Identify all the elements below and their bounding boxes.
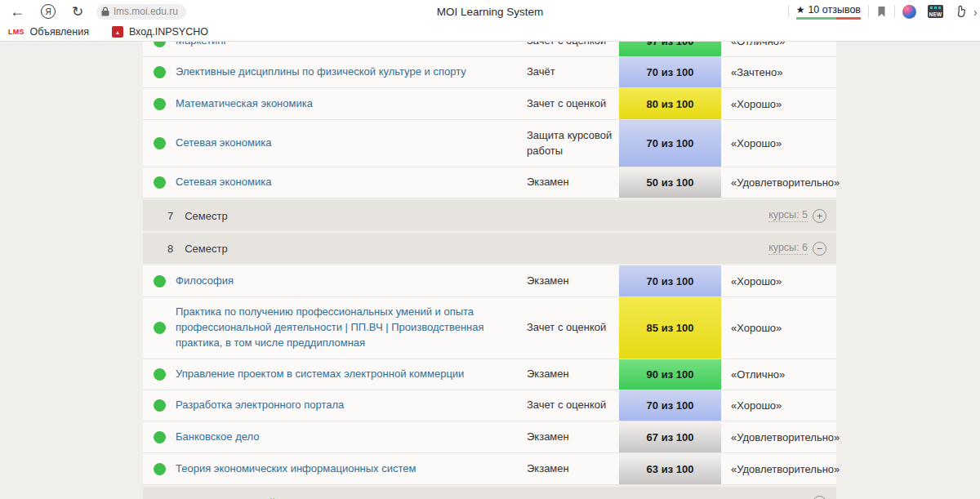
semester-label: Семестр [185, 243, 227, 255]
exam-type-label: Экзамен [527, 265, 619, 296]
grade-label: «Хорошо» [721, 120, 836, 167]
grade-label: «Хорошо» [721, 297, 836, 359]
course-row: Практика по получению профессиональных у… [143, 297, 836, 359]
green-status-icon [154, 137, 166, 149]
grade-label: «Хорошо» [721, 88, 836, 119]
exam-type-label: Экзамен [527, 453, 619, 484]
green-status-icon [154, 322, 166, 334]
grade-label: «Удовлетворительно» [721, 453, 840, 484]
lock-icon [101, 7, 109, 16]
star-icon: ★ [796, 4, 805, 16]
grade-label: «Удовлетворительно» [721, 421, 840, 452]
chevron-more-icon[interactable]: › [973, 6, 978, 19]
semester-row: 8 Семестр курсы: 6 − [143, 233, 836, 264]
semester-courses-link[interactable]: + [808, 496, 826, 499]
toggle-icon[interactable]: + [813, 209, 826, 223]
bookmark-inpsycho[interactable]: ▲ Вход.INPSYCHO [112, 26, 208, 38]
exam-type-label: Зачет с оценкой [527, 42, 619, 56]
course-row: Сетевая экономика Защита курсовой работы… [143, 120, 836, 167]
semester-courses-link[interactable]: курсы: 6 − [768, 242, 826, 256]
score-badge: 85 из 100 [619, 297, 721, 359]
exam-type-label: Зачет с оценкой [527, 390, 619, 421]
new-extension-icon[interactable]: NEW [928, 5, 943, 18]
course-row: Элективные дисциплины по физической куль… [143, 57, 836, 88]
course-row: Математическая экономика Зачет с оценкой… [143, 88, 836, 120]
course-row: Сетевая экономика Экзамен 50 из 100 «Удо… [143, 167, 836, 198]
back-icon[interactable]: ← [10, 4, 24, 19]
courses-count-label: курсы: 6 [768, 242, 808, 255]
bookmarks-bar: LMS Объявления ▲ Вход.INPSYCHO [0, 23, 980, 42]
status-dot-cell [143, 297, 176, 359]
grade-label: «Зачтено» [721, 57, 836, 87]
inpsycho-favicon: ▲ [112, 26, 123, 38]
course-link[interactable]: Банковское дело [176, 430, 260, 445]
toolbar-separator [868, 5, 869, 18]
refresh-icon[interactable]: ↻ [72, 5, 83, 19]
score-badge: 70 из 100 [619, 265, 721, 296]
site-rating[interactable]: ★ 10 отзывов [796, 4, 861, 20]
status-dot-cell [143, 453, 176, 484]
semester-courses-link[interactable]: курсы: 5 + [768, 209, 826, 223]
course-link[interactable]: Управление проектом в системах электронн… [176, 367, 464, 382]
course-link[interactable]: Математическая экономика [176, 96, 313, 112]
bookmark-lms[interactable]: LMS Объявления [8, 26, 89, 38]
score-badge: 70 из 100 [619, 390, 721, 421]
exam-type-label: Защита курсовой работы [527, 120, 619, 167]
yandex-icon[interactable]: Я [41, 4, 56, 19]
bookmark-label: Вход.INPSYCHO [129, 26, 208, 38]
course-row: Философия Экзамен 70 из 100 «Хорошо» [143, 265, 836, 297]
status-dot-cell [143, 42, 176, 56]
courses-count-label: курсы: 5 [768, 209, 808, 222]
rating-bar [796, 17, 861, 20]
status-dot-cell [143, 88, 176, 119]
course-link[interactable]: Философия [176, 274, 234, 289]
score-badge: 97 из 100 [619, 42, 721, 56]
course-link[interactable]: Сетевая экономика [176, 136, 271, 151]
course-link[interactable]: Сетевая экономика [176, 175, 271, 190]
grade-label: «Отлично» [721, 359, 836, 390]
glove-icon[interactable] [955, 5, 969, 19]
url-text: lms.moi.edu.ru [114, 6, 178, 17]
course-link[interactable]: Элективные дисциплины по физической куль… [176, 65, 466, 80]
status-dot-cell [143, 167, 176, 198]
browser-toolbar: ← Я ↻ lms.moi.edu.ru MOI Learning System… [0, 0, 980, 23]
lms-page: Маркетинг Зачет с оценкой 97 из 100 «Отл… [0, 42, 980, 499]
status-dot-cell [143, 265, 176, 296]
green-status-icon [154, 368, 166, 381]
green-status-icon [154, 98, 166, 110]
green-status-icon [154, 275, 166, 287]
course-link[interactable]: Маркетинг [176, 42, 227, 48]
score-badge: 80 из 100 [619, 88, 721, 119]
exam-type-label: Зачёт [527, 57, 619, 87]
course-row: Теория экономических информационных сист… [143, 453, 836, 485]
rating-label: 10 отзывов [808, 4, 861, 16]
semester-row: 9 Семестр (текущий) + [143, 487, 836, 499]
toggle-icon[interactable]: − [813, 242, 826, 256]
course-link[interactable]: Практика по получению профессиональных у… [176, 305, 515, 351]
status-dot-cell [143, 120, 176, 167]
status-dot-cell [143, 359, 176, 390]
status-dot-cell [143, 421, 176, 452]
green-status-icon [154, 463, 166, 475]
exam-type-label: Зачет с оценкой [527, 297, 619, 359]
course-link[interactable]: Разработка электронного портала [176, 398, 344, 413]
extension-sphere-icon[interactable] [902, 5, 916, 19]
status-dot-cell [143, 390, 176, 421]
address-bar[interactable]: lms.moi.edu.ru [96, 4, 186, 20]
toolbar-separator [894, 5, 895, 18]
exam-type-label: Экзамен [527, 167, 619, 198]
green-status-icon [154, 176, 166, 189]
score-badge: 70 из 100 [619, 57, 721, 87]
course-row: Банковское дело Экзамен 67 из 100 «Удовл… [143, 421, 836, 453]
score-badge: 70 из 100 [619, 120, 721, 167]
semester-label: Семестр (текущий) [185, 497, 278, 499]
bookmark-flag-icon[interactable] [876, 6, 887, 18]
course-link[interactable]: Теория экономических информационных сист… [176, 461, 416, 477]
semester-number: 7 [167, 210, 173, 222]
grade-label: «Отлично» [721, 42, 836, 56]
green-status-icon [154, 42, 166, 47]
toolbar-separator [788, 5, 789, 18]
green-status-icon [154, 431, 166, 443]
score-badge: 63 из 100 [619, 453, 721, 484]
toggle-icon[interactable]: + [813, 496, 826, 499]
